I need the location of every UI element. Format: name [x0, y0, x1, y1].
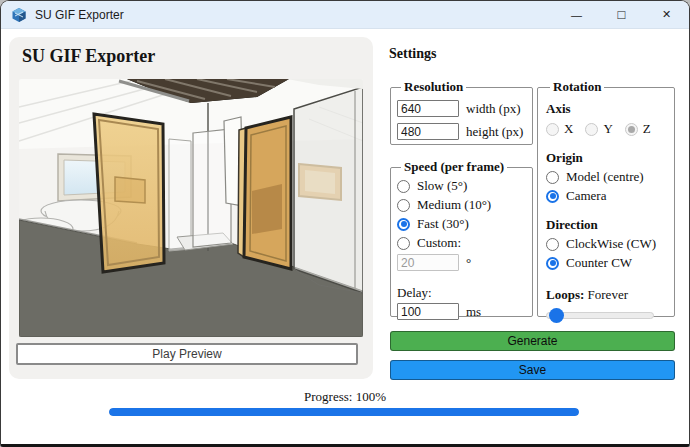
radio-icon[interactable]	[585, 123, 598, 136]
rotation-fieldset: Rotation Axis X Y Z Origin Mode	[537, 79, 675, 317]
height-input[interactable]	[397, 123, 459, 140]
width-input[interactable]	[397, 100, 459, 117]
speed-option-slow[interactable]: Slow (5°)	[397, 178, 526, 194]
left-door	[94, 114, 164, 272]
generate-button[interactable]: Generate	[390, 331, 675, 351]
resolution-legend: Resolution	[401, 79, 466, 95]
axis-option-x[interactable]: X	[546, 121, 573, 137]
play-preview-button[interactable]: Play Preview	[16, 343, 358, 365]
radio-label: Custom:	[417, 235, 461, 251]
radio-label: Z	[643, 121, 651, 137]
height-label: height (px)	[466, 124, 523, 140]
speed-legend: Speed (per frame)	[401, 159, 507, 175]
height-row: height (px)	[397, 123, 526, 140]
radio-label: Camera	[566, 188, 606, 204]
speed-option-fast[interactable]: Fast (30°)	[397, 216, 526, 232]
direction-option-cw[interactable]: ClockWise (CW)	[546, 236, 666, 252]
ms-label: ms	[466, 304, 481, 320]
delay-row: ms	[397, 303, 526, 320]
direction-heading: Direction	[546, 217, 666, 233]
window-content: SU GIF Exporter	[1, 29, 689, 444]
speed-option-medium[interactable]: Medium (10°)	[397, 197, 526, 213]
width-row: width (px)	[397, 100, 526, 117]
radio-icon[interactable]	[546, 238, 559, 251]
app-icon	[11, 7, 27, 23]
right-door	[238, 117, 291, 269]
radio-label: Medium (10°)	[417, 197, 491, 213]
radio-label: Counter CW	[566, 255, 632, 271]
loops-label: Loops:	[546, 287, 584, 302]
loops-value: Forever	[588, 287, 628, 302]
delay-input[interactable]	[397, 303, 459, 320]
speed-option-custom[interactable]: Custom:	[397, 235, 526, 251]
close-button[interactable]: ✕	[644, 1, 689, 28]
resolution-fieldset: Resolution width (px) height (px)	[390, 79, 533, 145]
direction-option-ccw[interactable]: Counter CW	[546, 255, 666, 271]
window-controls: — □ ✕	[554, 1, 689, 28]
progress-label: Progress: 100%	[1, 389, 689, 405]
axis-option-y[interactable]: Y	[585, 121, 612, 137]
radio-icon[interactable]	[625, 123, 638, 136]
axis-heading: Axis	[546, 101, 666, 117]
progress-fill	[109, 408, 579, 416]
radio-icon[interactable]	[546, 171, 559, 184]
origin-heading: Origin	[546, 150, 666, 166]
preview-panel: SU GIF Exporter	[9, 37, 373, 379]
progress-bar	[109, 408, 579, 416]
custom-angle-input[interactable]	[397, 254, 459, 271]
width-label: width (px)	[466, 101, 521, 117]
degree-label: °	[466, 255, 471, 271]
radio-icon[interactable]	[397, 218, 410, 231]
speed-fieldset: Speed (per frame) Slow (5°) Medium (10°)…	[390, 159, 533, 317]
radio-icon[interactable]	[546, 190, 559, 203]
radio-label: Y	[603, 121, 612, 137]
radio-icon[interactable]	[397, 199, 410, 212]
axis-option-z[interactable]: Z	[625, 121, 651, 137]
axis-options: X Y Z	[546, 121, 666, 137]
delay-label: Delay:	[397, 285, 526, 301]
save-button[interactable]: Save	[390, 360, 675, 380]
origin-option-model[interactable]: Model (centre)	[546, 169, 666, 185]
panel-heading: SU GIF Exporter	[22, 46, 155, 67]
radio-label: X	[564, 121, 573, 137]
custom-angle-row: °	[397, 254, 526, 271]
maximize-button[interactable]: □	[599, 1, 644, 28]
radio-icon[interactable]	[397, 180, 410, 193]
radio-label: Fast (30°)	[417, 216, 469, 232]
preview-image	[19, 79, 363, 337]
loops-slider[interactable]	[546, 312, 654, 319]
origin-option-camera[interactable]: Camera	[546, 188, 666, 204]
title-bar[interactable]: SU GIF Exporter — □ ✕	[1, 1, 689, 29]
window-title: SU GIF Exporter	[35, 8, 124, 22]
app-window: SU GIF Exporter — □ ✕ SU GIF Exporter	[0, 0, 690, 447]
radio-label: Slow (5°)	[417, 178, 467, 194]
minimize-button[interactable]: —	[554, 1, 599, 28]
radio-icon[interactable]	[397, 237, 410, 250]
radio-icon[interactable]	[546, 123, 559, 136]
right-wall	[287, 79, 363, 293]
settings-heading: Settings	[389, 46, 436, 62]
radio-label: ClockWise (CW)	[566, 236, 656, 252]
loops-line: Loops: Forever	[546, 287, 666, 303]
radio-label: Model (centre)	[566, 169, 644, 185]
radio-icon[interactable]	[546, 257, 559, 270]
slider-thumb[interactable]	[549, 308, 564, 323]
room-render	[19, 79, 363, 337]
rotation-legend: Rotation	[550, 79, 604, 95]
